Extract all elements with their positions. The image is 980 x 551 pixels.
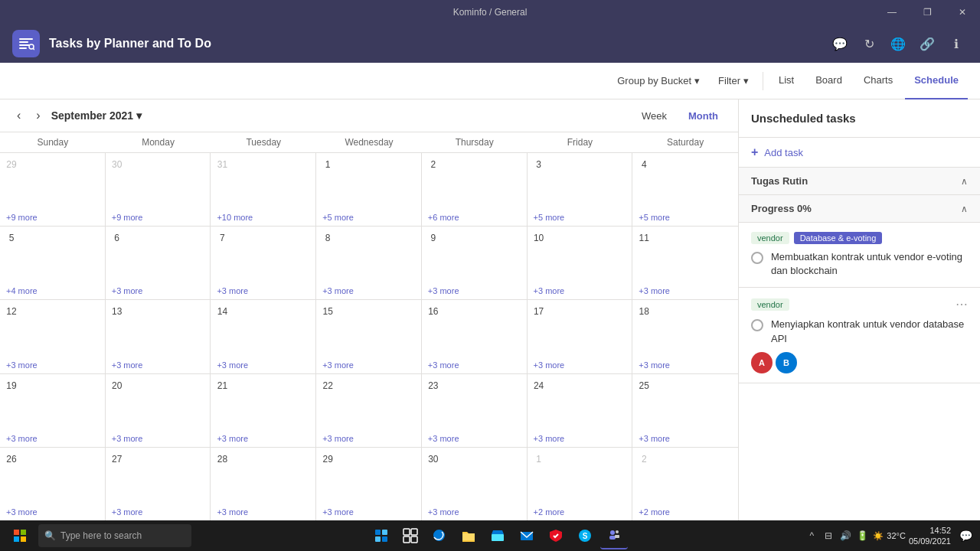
- tray-volume[interactable]: 🔊: [838, 530, 853, 541]
- close-button[interactable]: ✕: [945, 0, 980, 24]
- cal-cell-0-1[interactable]: 30+9 more: [106, 153, 211, 226]
- start-button[interactable]: [3, 522, 37, 549]
- task-checkbox-2[interactable]: [751, 319, 763, 331]
- taskbar-taskview[interactable]: [397, 522, 424, 549]
- task-checkbox-1[interactable]: [751, 252, 763, 264]
- section-progress[interactable]: Progress 0% ∧: [739, 195, 980, 223]
- month-label[interactable]: September 2021 ▾: [51, 109, 142, 122]
- cal-cell-3-3[interactable]: 22+3 more: [316, 374, 422, 447]
- chat-icon[interactable]: 💬: [828, 32, 851, 55]
- vendor-tag-1[interactable]: vendor: [751, 232, 789, 244]
- month-view-button[interactable]: Month: [681, 107, 726, 125]
- cal-cell-3-0[interactable]: 19+3 more: [0, 374, 106, 447]
- cal-cell-1-4[interactable]: 9+3 more: [422, 227, 528, 299]
- cal-more-3-4[interactable]: +3 more: [425, 433, 524, 444]
- cal-more-3-6[interactable]: +3 more: [635, 433, 735, 444]
- link-icon[interactable]: 🔗: [916, 32, 939, 55]
- cal-more-3-2[interactable]: +3 more: [214, 433, 312, 444]
- filter-button[interactable]: Filter ▾: [710, 70, 756, 91]
- maximize-button[interactable]: ❐: [910, 0, 945, 24]
- cal-cell-2-4[interactable]: 16+3 more: [422, 300, 528, 373]
- cal-cell-4-6[interactable]: 2+2 more: [632, 448, 738, 520]
- cal-more-0-5[interactable]: +5 more: [531, 212, 629, 223]
- info-icon[interactable]: ℹ: [945, 32, 968, 55]
- cal-cell-4-1[interactable]: 27+3 more: [106, 448, 211, 520]
- cal-cell-2-0[interactable]: 12+3 more: [0, 300, 106, 373]
- week-view-button[interactable]: Week: [634, 107, 675, 125]
- cal-more-2-0[interactable]: +3 more: [3, 360, 102, 370]
- cal-more-3-5[interactable]: +3 more: [531, 433, 629, 444]
- cal-more-2-1[interactable]: +3 more: [109, 360, 207, 370]
- cal-cell-2-3[interactable]: 15+3 more: [316, 300, 422, 373]
- cal-cell-4-5[interactable]: 1+2 more: [528, 448, 633, 520]
- cal-more-0-4[interactable]: +6 more: [425, 212, 524, 223]
- cal-cell-0-0[interactable]: 29+9 more: [0, 153, 106, 226]
- weather-widget[interactable]: ☀️ 32°C: [873, 531, 906, 541]
- add-task-row[interactable]: + Add task: [739, 138, 980, 168]
- group-by-button[interactable]: Group by Bucket ▾: [609, 70, 707, 91]
- taskbar-store[interactable]: [484, 522, 511, 549]
- cal-more-1-5[interactable]: +3 more: [531, 285, 629, 296]
- cal-more-1-6[interactable]: +3 more: [635, 285, 735, 296]
- cal-cell-1-3[interactable]: 8+3 more: [316, 227, 422, 299]
- taskbar-mail[interactable]: [513, 522, 541, 549]
- cal-cell-3-5[interactable]: 24+3 more: [528, 374, 633, 447]
- cal-cell-2-6[interactable]: 18+3 more: [632, 300, 738, 373]
- cal-cell-4-2[interactable]: 28+3 more: [211, 448, 316, 520]
- cal-cell-2-1[interactable]: 13+3 more: [106, 300, 211, 373]
- cal-more-4-4[interactable]: +3 more: [425, 507, 524, 517]
- cal-cell-1-6[interactable]: 11+3 more: [632, 227, 738, 299]
- taskbar-widgets[interactable]: [368, 522, 395, 549]
- cal-more-0-0[interactable]: +9 more: [3, 212, 102, 223]
- globe-icon[interactable]: 🌐: [887, 32, 910, 55]
- taskbar-mcafee[interactable]: [542, 522, 570, 549]
- cal-more-2-3[interactable]: +3 more: [319, 360, 418, 370]
- next-month-button[interactable]: ›: [31, 106, 44, 126]
- cal-more-2-4[interactable]: +3 more: [425, 360, 524, 370]
- taskbar-skype[interactable]: S: [571, 522, 599, 549]
- cal-more-4-1[interactable]: +3 more: [109, 507, 207, 517]
- cal-more-3-3[interactable]: +3 more: [319, 433, 418, 444]
- cal-cell-2-2[interactable]: 14+3 more: [211, 300, 316, 373]
- vendor-tag-2[interactable]: vendor: [751, 298, 789, 311]
- cal-cell-3-2[interactable]: 21+3 more: [211, 374, 316, 447]
- cal-cell-0-5[interactable]: 3+5 more: [528, 153, 633, 226]
- refresh-icon[interactable]: ↻: [858, 32, 880, 55]
- cal-more-4-0[interactable]: +3 more: [3, 507, 102, 517]
- cal-more-1-0[interactable]: +4 more: [3, 285, 102, 296]
- cal-more-4-3[interactable]: +3 more: [319, 507, 418, 517]
- cal-more-0-1[interactable]: +9 more: [109, 212, 207, 223]
- cal-cell-4-4[interactable]: 30+3 more: [422, 448, 528, 520]
- cal-cell-1-2[interactable]: 7+3 more: [211, 227, 316, 299]
- cal-cell-3-6[interactable]: 25+3 more: [632, 374, 738, 447]
- cal-cell-2-5[interactable]: 17+3 more: [528, 300, 633, 373]
- taskbar-search[interactable]: 🔍 Type here to search: [38, 524, 191, 547]
- cal-more-0-6[interactable]: +5 more: [635, 212, 735, 223]
- cal-cell-1-1[interactable]: 6+3 more: [106, 227, 211, 299]
- tab-schedule[interactable]: Schedule: [905, 63, 968, 99]
- cal-more-1-1[interactable]: +3 more: [109, 285, 207, 296]
- tray-chevron[interactable]: ^: [804, 530, 819, 541]
- cal-cell-4-3[interactable]: 29+3 more: [316, 448, 422, 520]
- cal-cell-0-4[interactable]: 2+6 more: [422, 153, 528, 226]
- prev-month-button[interactable]: ‹: [12, 106, 25, 126]
- cal-cell-1-0[interactable]: 5+4 more: [0, 227, 106, 299]
- tab-board[interactable]: Board: [806, 63, 851, 99]
- cal-cell-3-1[interactable]: 20+3 more: [106, 374, 211, 447]
- cal-cell-0-3[interactable]: 1+5 more: [316, 153, 422, 226]
- cal-more-4-6[interactable]: +2 more: [635, 507, 735, 517]
- minimize-button[interactable]: —: [874, 0, 910, 24]
- cal-more-3-0[interactable]: +3 more: [3, 433, 102, 444]
- cal-more-2-6[interactable]: +3 more: [635, 360, 735, 370]
- tray-network[interactable]: ⊟: [821, 530, 836, 541]
- cal-more-2-5[interactable]: +3 more: [531, 360, 629, 370]
- section-tugas-rutin[interactable]: Tugas Rutin ∧: [739, 168, 980, 195]
- tab-charts[interactable]: Charts: [854, 63, 902, 99]
- cal-cell-3-4[interactable]: 23+3 more: [422, 374, 528, 447]
- database-tag[interactable]: Database & e-voting: [794, 232, 883, 244]
- cal-more-4-5[interactable]: +2 more: [531, 507, 629, 517]
- cal-more-1-3[interactable]: +3 more: [319, 285, 418, 296]
- tab-list[interactable]: List: [769, 63, 803, 99]
- taskbar-clock[interactable]: 14:52 05/09/2021: [909, 525, 951, 547]
- cal-cell-0-6[interactable]: 4+5 more: [632, 153, 738, 226]
